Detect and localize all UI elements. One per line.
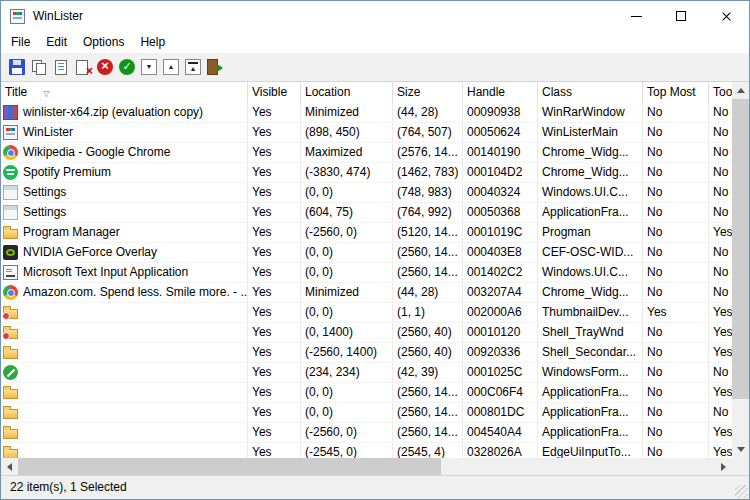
cell-visible: Yes [252,165,272,179]
cell-visible: Yes [252,265,272,279]
cell-handle: 002000A6 [467,305,522,319]
close-icon [721,11,732,22]
cell-topmost: No [647,105,662,119]
cell-toolwindow: No [713,185,728,199]
row-icon [3,429,18,439]
cell-topmost: No [647,265,662,279]
cell-class: Chrome_Widg... [542,145,629,159]
copy-button[interactable] [28,55,50,79]
red-x-circle-icon [97,59,113,75]
table-row[interactable]: Yes (234, 234) (42, 39) 0001025C Windows… [1,363,732,383]
column-header-class[interactable]: Class [538,82,643,103]
cell-visible: Yes [252,185,272,199]
scroll-up-button[interactable] [732,82,749,99]
maximize-button[interactable] [659,1,704,31]
cell-topmost: No [647,325,662,339]
vertical-scrollbar-thumb[interactable] [732,99,749,399]
cell-visible: Yes [252,205,272,219]
cell-size: (2560, 14... [397,245,458,259]
horizontal-scrollbar[interactable] [1,458,732,475]
status-bar: 22 item(s), 1 Selected [1,475,749,499]
menu-options[interactable]: Options [75,33,132,51]
show-window-button[interactable] [160,55,182,79]
cell-location: (0, 0) [305,265,333,279]
cell-location: (0, 0) [305,185,333,199]
cell-class: WinListerMain [542,125,618,139]
table-row[interactable]: Yes (-2560, 1400) (2560, 40) 00920336 Sh… [1,343,732,363]
table-row[interactable]: winlister-x64.zip (evaluation copy) Yes … [1,103,732,123]
minimize-button[interactable] [614,1,659,31]
table-row[interactable]: Amazon.com. Spend less. Smile more. - ..… [1,283,732,303]
table-row[interactable]: Yes (-2560, 0) (2560, 14... 004540A4 App… [1,423,732,443]
cell-title: Microsoft Text Input Application [23,265,188,279]
table-row[interactable]: Program Manager Yes (-2560, 0) (5120, 14… [1,223,732,243]
row-icon [3,245,18,260]
menu-file[interactable]: File [3,33,38,51]
column-header-title[interactable]: Title▽ [1,82,248,103]
table-row[interactable]: WinLister Yes (898, 450) (764, 507) 0005… [1,123,732,143]
cell-class: ApplicationFra... [542,205,629,219]
cell-class: Chrome_Widg... [542,285,629,299]
properties-button[interactable] [50,55,72,79]
row-icon [3,285,18,300]
cell-visible: Yes [252,365,272,379]
cell-class: Windows.UI.C... [542,265,628,279]
close-button[interactable] [704,1,749,31]
menu-edit[interactable]: Edit [38,33,75,51]
cell-handle: 00040324 [467,185,520,199]
table-row[interactable]: NVIDIA GeForce Overlay Yes (0, 0) (2560,… [1,243,732,263]
cell-toolwindow: No [713,285,728,299]
green-check-circle-icon [119,59,135,75]
cell-size: (44, 28) [397,105,438,119]
horizontal-scrollbar-thumb[interactable] [18,458,441,475]
cell-location: (0, 1400) [305,325,353,339]
cell-handle: 00050368 [467,205,520,219]
maximize-icon [676,11,686,21]
cell-handle: 00920336 [467,345,520,359]
table-row[interactable]: Wikipedia - Google Chrome Yes Maximized … [1,143,732,163]
row-icon [3,105,18,120]
cell-class: EdgeUiInputTo... [542,445,631,458]
cell-class: Chrome_Widg... [542,165,629,179]
row-icon [3,449,18,458]
resize-grip[interactable] [735,485,748,498]
column-header-topmost[interactable]: Top Most [643,82,709,103]
table-row[interactable]: Yes (0, 0) (1, 1) 002000A6 ThumbnailDev.… [1,303,732,323]
column-header-size[interactable]: Size [393,82,463,103]
table-row[interactable]: Yes (-2545, 0) (2545, 4) 0328026A EdgeUi… [1,443,732,458]
exit-button[interactable] [204,55,226,79]
window-list: Title▽ Visible Location Size Handle Clas… [1,82,749,475]
table-row[interactable]: Settings Yes (604, 75) (764, 992) 000503… [1,203,732,223]
destroy-window-button[interactable] [94,55,116,79]
save-button[interactable] [6,55,28,79]
cell-location: (234, 234) [305,365,360,379]
scroll-left-button[interactable] [1,458,18,475]
table-row[interactable]: Yes (0, 0) (2560, 14... 000801DC Applica… [1,403,732,423]
table-row[interactable]: Microsoft Text Input Application Yes (0,… [1,263,732,283]
cell-topmost: No [647,245,662,259]
column-header-visible[interactable]: Visible [248,82,301,103]
cell-location: (-2560, 1400) [305,345,377,359]
table-row[interactable]: Yes (0, 0) (2560, 14... 000C06F4 Applica… [1,383,732,403]
bring-to-top-button[interactable] [182,55,204,79]
table-row[interactable]: Yes (0, 1400) (2560, 40) 00010120 Shell_… [1,323,732,343]
hide-window-button[interactable] [138,55,160,79]
column-header-toolwindow[interactable]: Too [709,82,732,103]
delete-button[interactable] [72,55,94,79]
refresh-button[interactable] [116,55,138,79]
table-row[interactable]: Settings Yes (0, 0) (748, 983) 00040324 … [1,183,732,203]
cell-size: (5120, 14... [397,225,458,239]
cell-size: (764, 992) [397,205,452,219]
cell-visible: Yes [252,305,272,319]
cell-handle: 00090938 [467,105,520,119]
column-header-handle[interactable]: Handle [463,82,538,103]
cell-location: (0, 0) [305,405,333,419]
menu-help[interactable]: Help [132,33,173,51]
table-row[interactable]: Spotify Premium Yes (-3830, 474) (1462, … [1,163,732,183]
cell-location: Minimized [305,285,359,299]
cell-title: winlister-x64.zip (evaluation copy) [23,105,203,119]
vertical-scrollbar[interactable] [732,82,749,458]
scroll-down-button[interactable] [732,441,749,458]
scroll-right-button[interactable] [715,458,732,475]
column-header-location[interactable]: Location [301,82,393,103]
